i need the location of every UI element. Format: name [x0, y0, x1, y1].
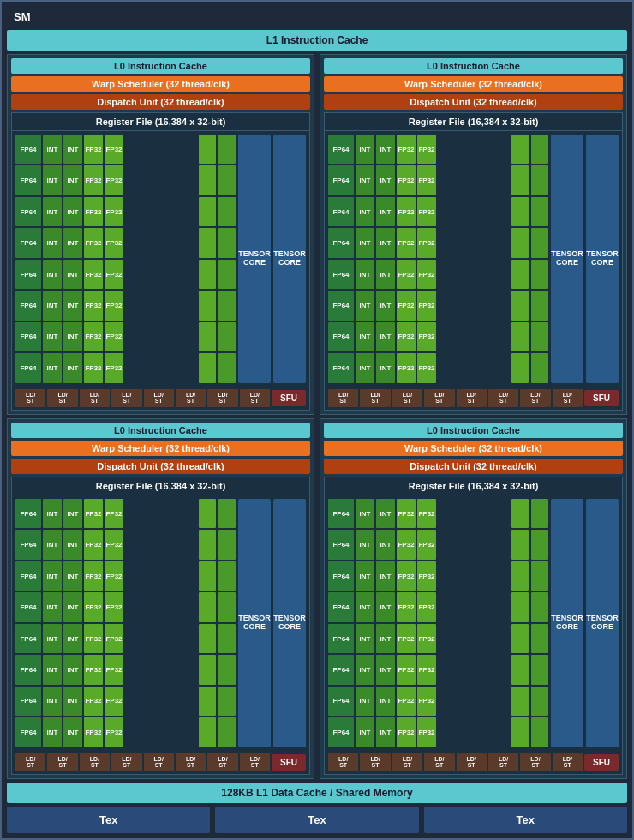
fp64-cell: FP64 [328, 322, 354, 351]
fp64-cell: FP64 [328, 687, 354, 716]
fp32-cell: FP32 [417, 291, 436, 320]
fp32-cell: FP32 [105, 561, 123, 591]
int-cell: INT [63, 655, 82, 684]
sfu-cell-1: SFU [272, 390, 306, 406]
fp32-cell: FP32 [397, 624, 416, 653]
core-row: FP64 INT INT FP32 FP32 [15, 353, 196, 382]
tex-2: Tex [215, 807, 418, 833]
int-cell: INT [376, 322, 395, 351]
int-cell: INT [376, 530, 395, 559]
int-cell: INT [356, 135, 374, 164]
int-cell: INT [63, 228, 82, 257]
int-cell: INT [43, 197, 62, 226]
core-row: FP64 INT INT FP32 FP32 [15, 291, 196, 320]
fp32-cell: FP32 [417, 353, 436, 382]
fp64-cell: FP64 [328, 353, 354, 382]
fp32-cell: FP32 [397, 228, 416, 257]
fp64-cell: FP64 [15, 353, 41, 382]
core-row: FP64 INT INT FP32 FP32 [328, 624, 509, 653]
int-cell: INT [63, 624, 82, 653]
ldst-sfu-row-2: LD/ST LD/ST LD/ST LD/ST LD/ST LD/ST LD/S… [325, 387, 622, 410]
tensor-cores-4: TENSORCORE TENSORCORE [551, 499, 619, 747]
fp64-cell: FP64 [15, 165, 41, 195]
core-row: FP64 INT INT FP32 FP32 [15, 687, 196, 716]
fp32-cell: FP32 [84, 165, 103, 195]
int-cell: INT [356, 499, 374, 528]
core-row: FP64 INT INT FP32 FP32 [15, 322, 196, 351]
int-cell: INT [376, 687, 395, 716]
fp32-cell: FP32 [417, 561, 436, 591]
tensor-core-7: TENSORCORE [551, 499, 583, 747]
fp32-cell: FP32 [84, 291, 103, 320]
fp32-cell: FP32 [397, 499, 416, 528]
tex-1: Tex [7, 807, 210, 833]
fp32-cell: FP32 [417, 687, 436, 716]
fp32-cell: FP32 [105, 291, 123, 320]
int-cell: INT [356, 228, 374, 257]
fp32-cell: FP32 [84, 561, 103, 591]
fp32-cell: FP32 [397, 655, 416, 684]
int-cell: INT [376, 165, 395, 195]
fp64-cell: FP64 [328, 197, 354, 226]
int-cell: INT [63, 165, 82, 195]
dispatch-unit-3: Dispatch Unit (32 thread/clk) [11, 459, 310, 474]
register-file-4: Register File (16,384 x 32-bit) FP64 INT… [324, 477, 623, 775]
core-row: FP64 INT INT FP32 FP32 [328, 260, 509, 289]
tensor-core-5: TENSORCORE [238, 499, 271, 747]
tensor-core-2: TENSORCORE [273, 135, 306, 383]
int-cell: INT [63, 687, 82, 716]
register-file-3: Register File (16,384 x 32-bit) FP64 INT… [11, 477, 310, 775]
fp32-cell: FP32 [397, 260, 416, 289]
core-row: FP64 INT INT FP32 FP32 [328, 592, 509, 621]
int-cell: INT [63, 561, 82, 591]
fp32-cell: FP32 [105, 228, 123, 257]
fp32-cell: FP32 [105, 592, 123, 621]
int-cell: INT [376, 291, 395, 320]
int-cell: INT [356, 561, 374, 591]
fp64-cell: FP64 [15, 228, 41, 257]
int-cell: INT [356, 291, 374, 320]
fp32-cell: FP32 [105, 624, 123, 653]
tex-row: Tex Tex Tex [7, 807, 627, 833]
tensor-core-1: TENSORCORE [238, 135, 271, 383]
dispatch-unit-1: Dispatch Unit (32 thread/clk) [11, 94, 310, 110]
fp32-cell: FP32 [397, 165, 416, 195]
fp64-cell: FP64 [328, 165, 354, 195]
fp32-cell: FP32 [417, 197, 436, 226]
fp64-cell: FP64 [15, 291, 41, 320]
fp32-cell: FP32 [84, 717, 103, 747]
fp64-cell: FP64 [328, 717, 354, 747]
fp-int-grid-3: FP64 INT INT FP32 FP32 FP64 INT INT FP32… [15, 499, 196, 747]
int-cell: INT [356, 165, 374, 195]
int-cell: INT [63, 322, 82, 351]
core-row: FP64 INT INT FP32 FP32 [328, 530, 509, 559]
fp32-cell: FP32 [417, 655, 436, 684]
int-cell: INT [63, 353, 82, 382]
fp32-cell: FP32 [84, 530, 103, 559]
fp32-cell: FP32 [417, 717, 436, 747]
int-cell: INT [376, 260, 395, 289]
fp32-cell: FP32 [105, 353, 123, 382]
int-cell: INT [63, 291, 82, 320]
core-row: FP64 INT INT FP32 FP32 [328, 322, 509, 351]
core-row: FP64 INT INT FP32 FP32 [328, 135, 509, 164]
core-row: FP64 INT INT FP32 FP32 [15, 655, 196, 684]
fp64-cell: FP64 [15, 624, 41, 653]
core-row: FP64 INT INT FP32 FP32 [328, 687, 509, 716]
core-row: FP64 INT INT FP32 FP32 [15, 717, 196, 747]
fp32-cell: FP32 [397, 687, 416, 716]
fp32-cell: FP32 [105, 322, 123, 351]
sub-unit-1: L0 Instruction Cache Warp Scheduler (32 … [7, 54, 314, 415]
warp-scheduler-1: Warp Scheduler (32 thread/clk) [11, 76, 310, 92]
fp32-cell: FP32 [84, 592, 103, 621]
core-row: FP64 INT INT FP32 FP32 [15, 530, 196, 559]
fp32-cell: FP32 [417, 165, 436, 195]
sm-title: SM [10, 9, 34, 25]
dispatch-unit-2: Dispatch Unit (32 thread/clk) [324, 94, 623, 110]
register-file-2: Register File (16,384 x 32-bit) FP64 INT… [324, 112, 623, 411]
core-row: FP64 INT INT FP32 FP32 [15, 624, 196, 653]
tensor-core-3: TENSORCORE [551, 135, 583, 383]
fp64-cell: FP64 [328, 228, 354, 257]
int-cell: INT [376, 655, 395, 684]
fp32-cell: FP32 [84, 322, 103, 351]
